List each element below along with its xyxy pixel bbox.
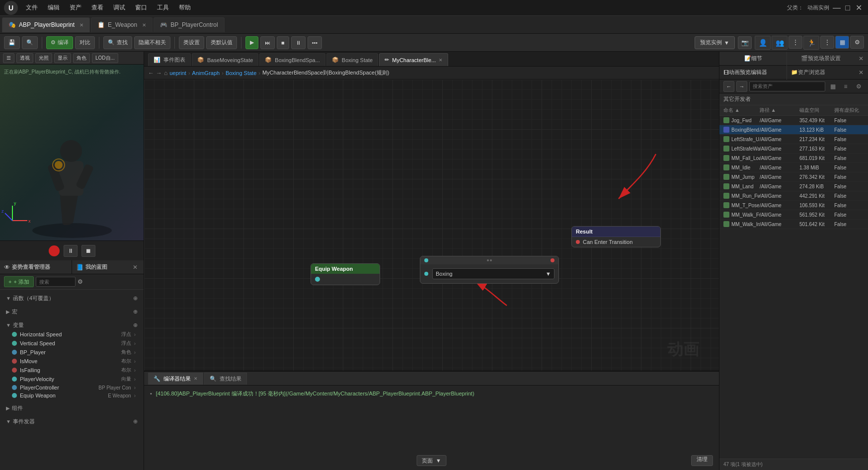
lod-button[interactable]: LOD自...	[92, 53, 118, 63]
bc-ueprint[interactable]: ueprint	[169, 70, 186, 76]
menu-tools[interactable]: 工具	[153, 1, 173, 14]
display-button[interactable]: 显示	[54, 53, 71, 63]
tab-boxing-blend[interactable]: 📦 BoxingBlendSpa...	[259, 53, 325, 66]
event-dispatcher-header[interactable]: ▼ 事件发器 ⊕	[4, 417, 140, 426]
nav-forward-button[interactable]: →	[736, 81, 747, 92]
tab-boxing-state[interactable]: 📦 Boxing State	[326, 53, 378, 66]
tab-bpplayer[interactable]: 🎮 BP_PlayerControl	[154, 17, 224, 32]
tab-eweapon[interactable]: 📋 E_Weapon ✕	[91, 17, 153, 32]
bc-home-icon[interactable]: ⌂	[164, 70, 167, 77]
tab-compiler-results[interactable]: 🔧 编译器结果 ✕	[148, 373, 203, 385]
camera-button[interactable]: 📷	[738, 36, 752, 49]
pause-playback-button[interactable]: ⏸	[64, 245, 78, 257]
macros-add-icon[interactable]: ⊕	[133, 309, 138, 315]
persons-icon[interactable]: 👥	[772, 36, 788, 50]
maximize-button[interactable]: □	[844, 4, 851, 11]
settings-icon-2[interactable]: ⚙	[853, 81, 864, 92]
hide-unrelated-button[interactable]: 隐藏不相关	[134, 36, 170, 49]
more-button[interactable]: •••	[308, 36, 322, 49]
filter-icon[interactable]: ≡	[840, 81, 851, 92]
stop-playback-button[interactable]: ⏹	[81, 245, 95, 257]
tab-close-eweapon[interactable]: ✕	[142, 22, 146, 28]
asset-row[interactable]: MM_Fall_Loop /All/Game 681.019 Kit False	[719, 154, 868, 163]
minimize-button[interactable]: —	[833, 4, 840, 11]
asset-panel-close[interactable]: ✕	[854, 65, 868, 80]
variable-item[interactable]: IsFalling 布尔 ›	[4, 366, 140, 375]
diff-button[interactable]: 对比	[75, 36, 95, 49]
tab-abp-player[interactable]: 🎭 ABP_PlayerBlueprint ✕	[2, 17, 90, 32]
tab-mychar-close[interactable]: ✕	[439, 58, 443, 63]
equip-weapon-node[interactable]: Equip Weapon	[311, 263, 380, 285]
settings-icon[interactable]: ⚙	[78, 278, 83, 285]
asset-row[interactable]: Jog_Fwd /All/Game 352.439 Kit False	[719, 116, 868, 125]
bc-forward-button[interactable]: →	[156, 70, 162, 77]
variable-item[interactable]: Vertical Speed 浮点 ›	[4, 339, 140, 348]
variable-item[interactable]: PlayerVelocity 向量 ›	[4, 375, 140, 384]
character-button[interactable]: 角色	[73, 53, 90, 63]
save-button[interactable]: 💾	[4, 36, 20, 49]
menu-file[interactable]: 文件	[22, 1, 42, 14]
record-button[interactable]	[49, 245, 60, 256]
search-input[interactable]	[36, 277, 76, 287]
tab-preview-settings[interactable]: 🎬 预览场景设置	[787, 52, 854, 66]
clear-button[interactable]: 清理	[691, 455, 713, 466]
result-node[interactable]: Result Can Enter Transition	[571, 226, 661, 247]
menu-help[interactable]: 帮助	[175, 1, 195, 14]
variables-header[interactable]: ▼ 变量 ⊕	[4, 320, 140, 330]
asset-row[interactable]: LeftStrafe_UE /All/Game 217.234 Kit Fals…	[719, 135, 868, 144]
tab-details[interactable]: 📝 细节	[719, 52, 787, 66]
boxing-left-pin[interactable]	[424, 272, 428, 276]
asset-row[interactable]: MM_T_Pose /All/Game 106.593 Kit False	[719, 201, 868, 210]
macros-header[interactable]: ▶ 宏 ⊕	[4, 307, 140, 316]
boxing-input-pin[interactable]	[424, 258, 428, 262]
close-button[interactable]: ✕	[855, 4, 862, 11]
bp-close-icon[interactable]: ✕	[131, 263, 140, 272]
lighting-button[interactable]: 光照	[35, 53, 52, 63]
compile-button[interactable]: ⚙ 编译	[46, 36, 73, 49]
bc-boxing-state[interactable]: Boxing State	[226, 70, 256, 76]
asset-row[interactable]: MM_Land /All/Game 274.28 KiB False	[719, 182, 868, 191]
variable-item[interactable]: BP_Player 角色 ›	[4, 348, 140, 357]
person-icon[interactable]: 👤	[755, 36, 771, 50]
run-icon[interactable]: 🏃	[803, 36, 819, 50]
asset-row[interactable]: MM_Idle /All/Game 1.38 MiB False	[719, 163, 868, 172]
boxing-dropdown[interactable]: Boxing ▼	[432, 268, 554, 279]
asset-search-input[interactable]	[749, 81, 825, 91]
asset-row[interactable]: LeftStrafeWalkin /All/Game 277.163 Kit F…	[719, 144, 868, 154]
variable-item[interactable]: PlayerController BP Player Con ›	[4, 384, 140, 392]
event-dispatcher-add-icon[interactable]: ⊕	[133, 418, 138, 425]
layout-icon[interactable]: ▦	[835, 36, 849, 49]
variable-item[interactable]: Equip Weapon E Weapon ›	[4, 392, 140, 399]
tab-close-abp[interactable]: ✕	[79, 22, 83, 28]
find-button[interactable]: 🔍 查找	[103, 36, 132, 49]
add-variable-button[interactable]: + + 添加	[4, 276, 34, 287]
variables-add-icon[interactable]: ⊕	[133, 322, 138, 328]
tab-anim-preview[interactable]: 🎞 动画预览编辑器	[719, 66, 787, 79]
equip-weapon-output-pin[interactable]	[315, 277, 320, 282]
page-selector[interactable]: 页面 ▼	[416, 455, 447, 466]
asset-row[interactable]: MM_Jump /All/Game 276.342 Kit False	[719, 172, 868, 182]
right-panel-close[interactable]: ✕	[854, 51, 868, 66]
asset-row[interactable]: MM_Walk_Fwd /All/Game 561.952 Kit False	[719, 210, 868, 220]
asset-row[interactable]: MM_Run_Fwd /All/Game 442.291 Kit False	[719, 191, 868, 201]
step-button[interactable]: ⏭	[260, 36, 275, 49]
more-icon-1[interactable]: ⋮	[789, 36, 802, 49]
result-input-pin[interactable]	[576, 240, 580, 244]
nav-back-button[interactable]: ←	[723, 81, 734, 92]
tab-event-graph[interactable]: 📊 事件图表	[148, 53, 191, 66]
settings-icon[interactable]: ⚙	[850, 36, 864, 49]
functions-add-icon[interactable]: ⊕	[133, 295, 138, 302]
preview-instance-button[interactable]: 预览实例 ▼	[695, 36, 735, 49]
tab-asset-browser[interactable]: 📁 资产浏览器	[787, 66, 854, 79]
class-settings-button[interactable]: 类设置	[179, 36, 204, 49]
stop-button[interactable]: ■	[277, 36, 289, 49]
menu-view[interactable]: 查看	[87, 1, 107, 14]
variable-item[interactable]: IsMove 布尔 ›	[4, 357, 140, 366]
bc-back-button[interactable]: ←	[148, 70, 154, 77]
tab-mycharacter-blend[interactable]: ✏ MyCharacterBle... ✕	[379, 53, 448, 66]
pause-button[interactable]: ⏸	[291, 36, 306, 49]
components-header[interactable]: ▶ 组件	[4, 403, 140, 413]
hamburger-button[interactable]: ☰	[3, 53, 14, 63]
bc-animgraph[interactable]: AnimGraph	[192, 70, 220, 76]
asset-row[interactable]: BoxingBlendSpar /All/Game 13.123 KiB Fal…	[719, 125, 868, 135]
